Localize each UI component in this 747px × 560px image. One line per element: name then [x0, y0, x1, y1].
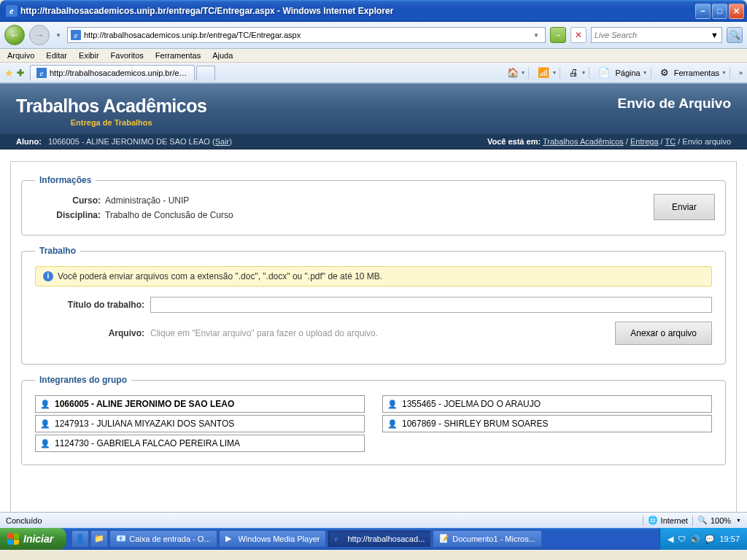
zoom-icon: 🔍	[697, 516, 708, 525]
menubar: Arquivo Editar Exibir Favoritos Ferramen…	[0, 49, 747, 63]
info-icon: i	[43, 271, 53, 281]
stop-button[interactable]: ✕	[570, 27, 587, 43]
user-icon: 👤	[40, 439, 50, 448]
tab-label: http://trabalhosacademicos.unip.br/entre…	[50, 69, 188, 77]
page-icon: e	[71, 30, 81, 40]
disciplina-value: Trabalho de Conclusão de Curso	[105, 210, 233, 220]
window-title: http://trabalhosacademicos.unip.br/entre…	[20, 6, 695, 16]
add-favorite-icon[interactable]: ✚	[17, 68, 24, 78]
titulo-input[interactable]	[150, 297, 712, 313]
forward-button[interactable]: →	[29, 25, 50, 45]
home-button[interactable]: 🏠▼	[507, 67, 526, 78]
security-zone[interactable]: 🌐Internet	[648, 516, 688, 525]
menu-ajuda[interactable]: Ajuda	[212, 51, 233, 60]
more-tools[interactable]: »	[739, 69, 743, 77]
user-icon: 👤	[40, 419, 50, 429]
globe-icon: 🌐	[648, 516, 658, 525]
search-box[interactable]: ▼	[591, 27, 722, 43]
breadcrumb: Aluno: 1066005 - ALINE JERONIMO DE SAO L…	[0, 134, 747, 149]
quicklaunch[interactable]: 📁	[90, 530, 108, 548]
tray-icon[interactable]: 🔊	[690, 534, 700, 544]
feeds-button[interactable]: 📶▼	[538, 67, 557, 78]
bc-link-1[interactable]: Entrega	[630, 137, 659, 146]
task-ie[interactable]: ehttp://trabalhosacad...	[328, 530, 431, 548]
aluno-label: Aluno:	[16, 137, 42, 146]
menu-arquivo[interactable]: Arquivo	[7, 51, 34, 60]
task-word[interactable]: 📝Documento1 - Micros...	[433, 530, 542, 548]
browser-viewport[interactable]: Trabalhos Acadêmicos Entrega de Trabalho…	[0, 83, 747, 512]
back-button[interactable]: ←	[4, 25, 25, 45]
ie-icon: e	[6, 5, 18, 17]
anexar-button[interactable]: Anexar o arquivo	[615, 322, 712, 345]
page-header: Trabalhos Acadêmicos Entrega de Trabalho…	[0, 83, 747, 134]
app-icon: 📁	[94, 534, 104, 544]
favorites-icon[interactable]: ★	[4, 67, 14, 79]
curso-value: Administração - UNIP	[105, 195, 189, 206]
sair-link[interactable]: Sair	[215, 137, 230, 146]
tray-icon[interactable]: 🛡	[678, 534, 686, 543]
menu-favoritos[interactable]: Favoritos	[111, 51, 144, 60]
enviar-button[interactable]: Enviar	[654, 194, 715, 220]
menu-ferramentas[interactable]: Ferramentas	[155, 51, 201, 60]
legend-grupo: Integrantes do grupo	[35, 375, 131, 385]
page-subtitle: Entrega de Trabalhos	[16, 118, 206, 127]
address-dropdown[interactable]: ▼	[530, 32, 542, 39]
member-row: 👤1124730 - GABRIELA FALCAO PEREIRA LIMA	[35, 435, 365, 452]
bc-link-2[interactable]: TC	[665, 137, 676, 146]
main-content: Informações Enviar Curso: Administração …	[0, 149, 747, 512]
bc-label: Você está em:	[487, 137, 541, 146]
new-tab-button[interactable]	[196, 66, 215, 80]
print-button[interactable]: 🖨▼	[569, 67, 586, 78]
titulo-label: Título do trabalho:	[35, 300, 144, 310]
notice-box: i Você poderá enviar arquivos com a exte…	[35, 266, 712, 287]
member-row: 👤1247913 - JULIANA MIYAZAKI DOS SANTOS	[35, 415, 365, 432]
fieldset-informacoes: Informações Enviar Curso: Administração …	[21, 175, 726, 236]
quicklaunch[interactable]: 👤	[71, 530, 89, 548]
search-dropdown[interactable]: ▼	[711, 31, 719, 39]
member-row: 👤1066005 - ALINE JERONIMO DE SAO LEAO	[35, 395, 365, 413]
search-button[interactable]: 🔍	[727, 27, 743, 43]
minimize-button[interactable]: −	[695, 4, 711, 19]
browser-tab[interactable]: e http://trabalhosacademicos.unip.br/ent…	[30, 65, 195, 80]
go-button[interactable]: →	[550, 27, 566, 43]
ie-nav-toolbar: ← → ▼ e ▼ → ✕ ▼ 🔍	[0, 22, 747, 49]
page-section-title: Envio de Arquivo	[617, 96, 731, 112]
clock[interactable]: 19:57	[719, 534, 740, 543]
arquivo-hint: Clique em "Enviar arquivo" para fazer o …	[150, 328, 606, 338]
address-bar[interactable]: e ▼	[67, 27, 546, 43]
ie-task-icon: e	[334, 534, 344, 544]
tray-icon[interactable]: 💬	[705, 534, 715, 544]
tab-favicon: e	[36, 68, 47, 78]
legend-trabalho: Trabalho	[35, 246, 80, 256]
url-input[interactable]	[84, 31, 530, 39]
zoom-control[interactable]: 🔍100%▼	[697, 516, 741, 525]
tab-command-bar: ★ ✚ e http://trabalhosacademicos.unip.br…	[0, 63, 747, 83]
status-text: Concluído	[6, 516, 42, 525]
ie-statusbar: Concluído 🌐Internet 🔍100%▼	[0, 512, 747, 528]
windows-logo-icon	[7, 533, 19, 545]
tools-menu[interactable]: ⚙ Ferramentas▼	[660, 67, 727, 78]
bc-link-0[interactable]: Trabalhos Acadêmicos	[543, 137, 624, 146]
menu-editar[interactable]: Editar	[46, 51, 67, 60]
curso-label: Curso:	[35, 195, 101, 206]
task-wmp[interactable]: ▶Windows Media Player	[219, 530, 327, 548]
page-menu[interactable]: 📄 Página▼	[598, 67, 647, 78]
member-row: 👤1355465 - JOELMA DO O ARAUJO	[382, 395, 712, 413]
start-button[interactable]: Iniciar	[0, 528, 66, 550]
user-icon: 👤	[40, 400, 50, 409]
outlook-icon: 📧	[116, 534, 126, 544]
wmp-icon: ▶	[225, 534, 236, 544]
legend-informacoes: Informações	[35, 175, 96, 185]
task-outlook[interactable]: 📧Caixa de entrada - O...	[109, 530, 217, 548]
tray-icon[interactable]: ◀	[667, 534, 673, 544]
maximize-button[interactable]: □	[712, 4, 727, 19]
system-tray[interactable]: ◀ 🛡 🔊 💬 19:57	[659, 528, 747, 550]
nav-history-dropdown[interactable]: ▼	[54, 28, 63, 42]
windows-taskbar: Iniciar 👤 📁 📧Caixa de entrada - O... ▶Wi…	[0, 528, 747, 550]
search-input[interactable]	[595, 31, 711, 39]
page-title: Trabalhos Acadêmicos	[16, 96, 206, 117]
user-icon: 👤	[387, 419, 398, 429]
close-button[interactable]: ✕	[729, 4, 744, 19]
msn-icon: 👤	[75, 534, 85, 544]
menu-exibir[interactable]: Exibir	[79, 51, 99, 60]
